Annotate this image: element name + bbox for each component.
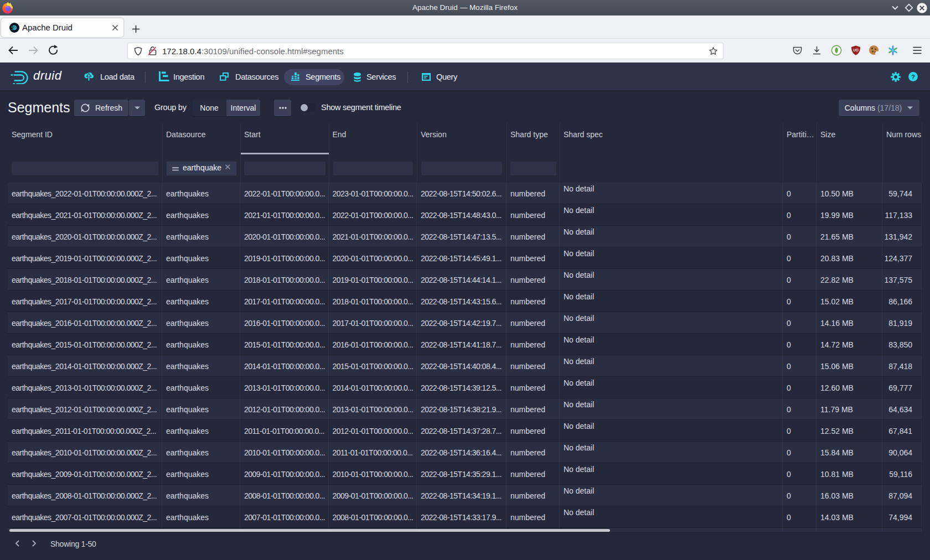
- svg-text:?: ?: [911, 74, 915, 80]
- svg-text:UO: UO: [853, 48, 859, 52]
